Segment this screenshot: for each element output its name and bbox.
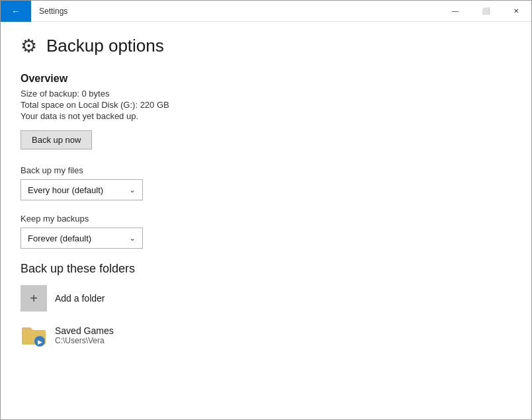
back-up-now-button[interactable]: Back up now (21, 130, 92, 149)
content-area: ⚙ Backup options Overview Size of backup… (1, 22, 531, 419)
page-title: Backup options (46, 36, 164, 56)
keep-backups-value: Forever (default) (28, 233, 91, 243)
backup-status-info: Your data is not yet backed up. (21, 111, 511, 121)
svg-text:▶: ▶ (38, 339, 42, 345)
list-item: ▶ Saved Games C:\Users\Vera (21, 322, 511, 349)
backup-size-info: Size of backup: 0 bytes (21, 89, 511, 99)
chevron-down-icon-2: ⌄ (129, 233, 136, 243)
add-folder-row[interactable]: + Add a folder (21, 285, 511, 312)
maximize-button[interactable]: ⬜ (470, 1, 501, 22)
keep-backups-group: Keep my backups Forever (default) ⌄ (21, 214, 511, 249)
keep-backups-label: Keep my backups (21, 214, 511, 224)
page-header: ⚙ Backup options (21, 35, 511, 57)
backup-frequency-value: Every hour (default) (28, 185, 103, 195)
title-bar-left: ← Settings (1, 1, 67, 22)
saved-games-folder-icon: ▶ (21, 324, 46, 347)
gear-icon: ⚙ (21, 35, 37, 57)
back-arrow-icon: ← (11, 6, 21, 17)
settings-window: ← Settings — ⬜ ✕ ⚙ Backup options Overvi… (0, 0, 532, 420)
add-folder-label: Add a folder (55, 293, 105, 304)
folder-name: Saved Games (55, 325, 114, 336)
overview-section: Overview Size of backup: 0 bytes Total s… (21, 73, 511, 165)
chevron-down-icon: ⌄ (129, 185, 136, 194)
folders-section-title: Back up these folders (21, 262, 511, 276)
overview-title: Overview (21, 73, 511, 85)
window-title: Settings (36, 7, 67, 16)
disk-space-info: Total space on Local Disk (G:): 220 GB (21, 100, 511, 110)
window-controls: — ⬜ ✕ (440, 1, 531, 22)
add-folder-icon: + (21, 285, 47, 312)
folder-info: Saved Games C:\Users\Vera (55, 325, 114, 345)
backup-frequency-label: Back up my files (21, 165, 511, 175)
minimize-button[interactable]: — (440, 1, 470, 22)
backup-frequency-dropdown[interactable]: Every hour (default) ⌄ (21, 179, 143, 200)
folders-section: Back up these folders + Add a folder (21, 262, 511, 349)
plus-icon: + (30, 291, 38, 306)
backup-frequency-group: Back up my files Every hour (default) ⌄ (21, 165, 511, 200)
folder-path: C:\Users\Vera (55, 336, 114, 345)
back-button[interactable]: ← (1, 1, 31, 22)
title-bar: ← Settings — ⬜ ✕ (1, 1, 531, 22)
folder-icon: ▶ (21, 322, 47, 349)
close-button[interactable]: ✕ (501, 1, 531, 22)
keep-backups-dropdown[interactable]: Forever (default) ⌄ (21, 228, 143, 249)
